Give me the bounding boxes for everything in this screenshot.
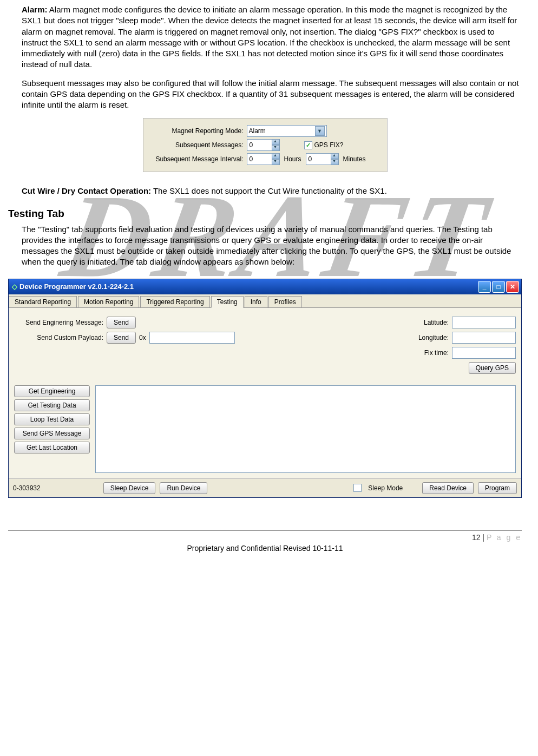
gps-fix-checkbox[interactable]: ✓ bbox=[304, 141, 312, 149]
alarm-heading: Alarm: bbox=[22, 5, 48, 14]
get-engineering-button[interactable]: Get Engineering bbox=[14, 385, 90, 397]
send-engineering-button[interactable]: Send bbox=[107, 317, 136, 328]
window-title: Device Programmer v2.0.1-224-2.1 bbox=[19, 282, 134, 291]
device-programmer-window: ◇Device Programmer v2.0.1-224-2.1 _ □ ✕ … bbox=[8, 279, 522, 498]
sleep-mode-checkbox[interactable]: ✓ bbox=[353, 484, 362, 492]
testing-paragraph: The "Testing" tab supports field evaluat… bbox=[22, 224, 522, 268]
tab-standard-reporting[interactable]: Standard Reporting bbox=[9, 296, 77, 307]
interval-minutes-value: 0 bbox=[309, 155, 312, 163]
fixtime-label: Fix time: bbox=[405, 349, 452, 357]
loop-test-data-button[interactable]: Loop Test Data bbox=[14, 413, 90, 425]
device-id: 0-303932 bbox=[13, 484, 41, 492]
send-custom-label: Send Custom Payload: bbox=[14, 334, 107, 341]
hours-label: Hours bbox=[280, 155, 306, 163]
page-footer: 12 | P a g e bbox=[8, 530, 522, 542]
spin-down-icon[interactable]: ▼ bbox=[331, 159, 338, 165]
tab-motion-reporting[interactable]: Motion Reporting bbox=[78, 296, 139, 307]
sleep-device-button[interactable]: Sleep Device bbox=[103, 482, 156, 494]
get-testing-data-button[interactable]: Get Testing Data bbox=[14, 399, 90, 411]
tab-strip: Standard Reporting Motion Reporting Trig… bbox=[9, 294, 521, 308]
window-titlebar: ◇Device Programmer v2.0.1-224-2.1 _ □ ✕ bbox=[9, 279, 521, 294]
confidential-notice: Proprietary and Confidential Revised 10-… bbox=[8, 542, 522, 553]
cutwire-heading: Cut Wire / Dry Contact Operation: bbox=[22, 186, 151, 195]
fixtime-input[interactable] bbox=[452, 347, 516, 359]
get-last-location-button[interactable]: Get Last Location bbox=[14, 442, 90, 453]
tab-info[interactable]: Info bbox=[245, 296, 267, 307]
gps-fix-label: GPS FIX? bbox=[314, 141, 344, 149]
subsequent-messages-value: 0 bbox=[250, 141, 253, 149]
maximize-button[interactable]: □ bbox=[492, 281, 505, 293]
latitude-input[interactable] bbox=[452, 317, 516, 328]
custom-payload-input[interactable] bbox=[149, 332, 235, 344]
spin-up-icon[interactable]: ▲ bbox=[331, 153, 338, 159]
longitude-input[interactable] bbox=[452, 332, 516, 344]
close-button[interactable]: ✕ bbox=[506, 281, 519, 293]
interval-minutes-spinner[interactable]: 0 ▲▼ bbox=[306, 153, 339, 165]
tab-testing[interactable]: Testing bbox=[211, 296, 244, 308]
chevron-down-icon: ▼ bbox=[315, 126, 325, 136]
spin-down-icon[interactable]: ▼ bbox=[272, 159, 279, 165]
magnet-mode-value: Alarm bbox=[249, 127, 266, 135]
minutes-label: Minutes bbox=[339, 155, 370, 163]
spin-up-icon[interactable]: ▲ bbox=[272, 153, 279, 159]
subsequent-interval-label: Subsequent Message Interval: bbox=[149, 155, 247, 163]
sleep-mode-label: Sleep Mode bbox=[368, 484, 403, 492]
status-bar: 0-303932 Sleep Device Run Device ✓ Sleep… bbox=[9, 478, 521, 497]
program-button[interactable]: Program bbox=[478, 482, 517, 494]
subsequent-messages-label: Subsequent Messages: bbox=[149, 141, 247, 149]
testing-tab-heading: Testing Tab bbox=[8, 208, 522, 220]
page-number: 12 bbox=[472, 533, 481, 542]
magnet-mode-label: Magnet Reporting Mode: bbox=[149, 127, 247, 135]
tab-triggered-reporting[interactable]: Triggered Reporting bbox=[140, 296, 209, 307]
spin-down-icon[interactable]: ▼ bbox=[272, 145, 279, 151]
cutwire-body: The SXL1 does not support the Cut Wire f… bbox=[151, 186, 387, 195]
send-custom-button[interactable]: Send bbox=[107, 332, 136, 344]
send-engineering-label: Send Enginering Message: bbox=[14, 319, 107, 326]
alarm-paragraph-2: Subsequent messages may also be configur… bbox=[22, 78, 522, 111]
alarm-body: Alarm magnet mode configures the device … bbox=[22, 5, 517, 69]
magnet-mode-select[interactable]: Alarm ▼ bbox=[247, 125, 327, 137]
latitude-label: Latitude: bbox=[405, 319, 452, 326]
tab-profiles[interactable]: Profiles bbox=[268, 296, 302, 307]
app-icon: ◇ bbox=[12, 282, 17, 291]
output-textarea[interactable] bbox=[95, 385, 516, 473]
run-device-button[interactable]: Run Device bbox=[160, 482, 207, 494]
query-gps-button[interactable]: Query GPS bbox=[469, 362, 516, 374]
send-gps-message-button[interactable]: Send GPS Message bbox=[14, 428, 90, 439]
page-word: P a g e bbox=[487, 533, 522, 542]
payload-prefix: 0x bbox=[136, 334, 149, 341]
subsequent-messages-spinner[interactable]: 0 ▲▼ bbox=[247, 139, 280, 151]
interval-hours-value: 0 bbox=[250, 155, 253, 163]
cutwire-paragraph: Cut Wire / Dry Contact Operation: The SX… bbox=[22, 186, 522, 196]
alarm-config-panel: Magnet Reporting Mode: Alarm ▼ Subsequen… bbox=[143, 118, 388, 172]
spin-up-icon[interactable]: ▲ bbox=[272, 139, 279, 145]
read-device-button[interactable]: Read Device bbox=[422, 482, 474, 494]
longitude-label: Longitude: bbox=[405, 334, 452, 341]
interval-hours-spinner[interactable]: 0 ▲▼ bbox=[247, 153, 280, 165]
alarm-paragraph-1: Alarm: Alarm magnet mode configures the … bbox=[22, 4, 522, 70]
minimize-button[interactable]: _ bbox=[478, 281, 491, 293]
